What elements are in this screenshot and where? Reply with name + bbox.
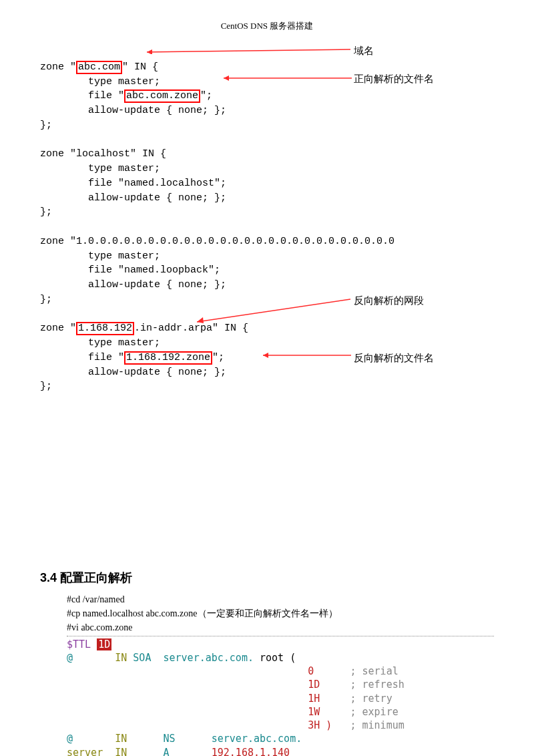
zone1-close: }; xyxy=(40,120,52,131)
cmd-cd: #cd /var/named xyxy=(67,592,494,606)
zone3-l4: allow-update { none; }; xyxy=(40,279,226,291)
r1-val: server.abc.com. xyxy=(212,733,302,745)
zone1-type: type master; xyxy=(40,76,160,87)
zone2-l5: }; xyxy=(40,206,52,218)
soa-root: root ( xyxy=(260,652,296,664)
annot-rev-file: 反向解析的文件名 xyxy=(354,351,434,366)
serial-v: 0 xyxy=(308,665,314,677)
expire-c: ; expire xyxy=(350,706,398,718)
zone1-file: file "abc.com.zone"; xyxy=(40,90,212,102)
min-v: 3H ) xyxy=(308,719,332,731)
annot-domain: 域名 xyxy=(354,44,374,59)
zone3-l3: file "named.loopback"; xyxy=(40,264,220,276)
zone-file-content: $TTL 1D @ IN SOA server.abc.com. root ( … xyxy=(67,636,494,757)
arrow-2 xyxy=(224,75,354,81)
r1-host: @ xyxy=(67,733,73,745)
svg-marker-7 xyxy=(263,353,268,358)
named-conf-snippet: zone "abc.com" IN { type master; file "a… xyxy=(40,45,494,540)
zone2-l2: type master; xyxy=(40,163,160,174)
zone3-l2: type master; xyxy=(40,250,160,262)
zone2-l1: zone "localhost" IN { xyxy=(40,148,166,160)
refresh-v: 1D xyxy=(308,679,320,691)
zone4-line1: zone "1.168.192.in-addr.arpa" IN { xyxy=(40,323,248,334)
hl-fwd-file: abc.com.zone xyxy=(124,89,200,103)
r1-in: IN xyxy=(115,733,127,745)
svg-line-0 xyxy=(147,49,350,52)
r2-in: IN xyxy=(115,747,127,757)
r2-host: server xyxy=(67,747,103,757)
zone4-close: }; xyxy=(40,381,52,392)
min-c: ; minimum xyxy=(350,719,404,731)
soa-host: server.abc.com. xyxy=(164,652,254,664)
soa-in: IN xyxy=(115,652,127,664)
svg-line-4 xyxy=(197,299,350,322)
ttl-value: 1D xyxy=(97,638,111,650)
hl-rev-net: 1.168.192 xyxy=(76,322,134,335)
r1-type: NS xyxy=(164,733,176,745)
expire-v: 1W xyxy=(308,706,320,718)
ttl-label: $TTL xyxy=(67,638,97,650)
serial-c: ; serial xyxy=(350,665,398,677)
zone1-allow: allow-update { none; }; xyxy=(40,105,226,116)
retry-v: 1H xyxy=(308,693,320,705)
zone4-file: file "1.168.192.zone"; xyxy=(40,352,224,363)
annot-rev-net: 反向解析的网段 xyxy=(354,294,424,309)
doc-title: CentOS DNS 服务器搭建 xyxy=(40,20,494,32)
zone4-allow: allow-update { none; }; xyxy=(40,367,226,378)
zone3-l5: }; xyxy=(40,294,52,305)
hl-domain: abc.com xyxy=(76,61,122,74)
zone2-l3: file "named.localhost"; xyxy=(40,178,226,189)
hl-rev-file: 1.168.192.zone xyxy=(124,351,212,365)
svg-marker-3 xyxy=(224,75,229,81)
cmd-vi: #vi abc.com.zone xyxy=(67,620,494,634)
soa-at: @ xyxy=(67,652,73,664)
zone4-type: type master; xyxy=(40,337,160,349)
zone2-l4: allow-update { none; }; xyxy=(40,192,226,204)
r2-val: 192.168.1.140 xyxy=(212,747,290,757)
cmd-cp: #cp named.localhost abc.com.zone（一定要和正向解… xyxy=(67,606,494,620)
zone3-l1: zone "1.0.0.0.0.0.0.0.0.0.0.0.0.0.0.0.0.… xyxy=(40,236,394,247)
shell-commands: #cd /var/named #cp named.localhost abc.c… xyxy=(67,592,494,634)
annot-fwd-file: 正向解析的文件名 xyxy=(354,72,434,87)
svg-marker-1 xyxy=(147,49,152,54)
arrow-3 xyxy=(197,298,354,325)
retry-c: ; retry xyxy=(350,693,392,705)
section-3-4-heading: 3.4 配置正向解析 xyxy=(40,570,494,586)
arrow-4 xyxy=(263,352,353,359)
refresh-c: ; refresh xyxy=(350,679,404,691)
arrow-1 xyxy=(147,47,354,54)
soa-kw: SOA xyxy=(133,652,151,664)
zone1-line1: zone "abc.com" IN { xyxy=(40,61,158,73)
r2-type: A xyxy=(164,747,170,757)
